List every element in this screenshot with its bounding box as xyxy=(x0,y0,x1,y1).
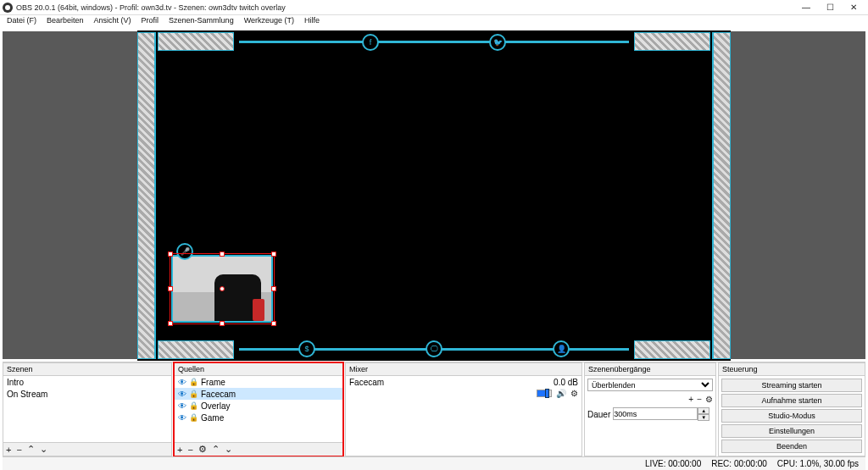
transition-select[interactable]: Überblenden xyxy=(587,379,713,391)
user-icon: 👤 xyxy=(553,340,570,357)
transitions-body: Überblenden + − ⚙ Dauer ▲ ▼ xyxy=(585,376,715,456)
exit-button[interactable]: Beenden xyxy=(721,440,862,453)
selection-box[interactable] xyxy=(170,253,275,324)
twitter-icon: 🐦 xyxy=(489,34,506,51)
spin-up-icon[interactable]: ▲ xyxy=(698,407,709,414)
menu-profile[interactable]: Profil xyxy=(136,15,164,29)
overlay-edge-right xyxy=(712,32,731,359)
lock-icon[interactable]: 🔒 xyxy=(189,413,198,422)
controls-panel: Steuerung Streaming starten Aufnahme sta… xyxy=(718,362,865,456)
status-rec: REC: 00:00:00 xyxy=(711,459,767,468)
visibility-icon[interactable]: 👁 xyxy=(178,401,186,411)
minimize-button[interactable]: — xyxy=(794,1,818,14)
panel-header: Quellen xyxy=(175,363,342,376)
menu-tools[interactable]: Werkzeuge (T) xyxy=(239,15,299,29)
mixer-track-level: 0.0 dB xyxy=(554,378,578,387)
panel-header: Mixer xyxy=(346,363,581,376)
mixer-track: Facecam 0.0 dB 🔊 ⚙ xyxy=(346,376,581,400)
menu-view[interactable]: Ansicht (V) xyxy=(89,15,136,29)
close-button[interactable]: ✕ xyxy=(842,1,865,14)
facebook-icon: f xyxy=(362,34,379,51)
source-item[interactable]: 👁🔒Game xyxy=(175,412,342,423)
bottom-panels: Szenen Intro On Stream + − ⌃ ⌄ Quellen 👁… xyxy=(3,362,865,456)
menu-help[interactable]: Hilfe xyxy=(299,15,325,29)
obs-logo-icon xyxy=(3,3,13,13)
start-recording-button[interactable]: Aufnahme starten xyxy=(721,394,862,407)
scene-item[interactable]: On Stream xyxy=(3,388,171,400)
overlay-texture xyxy=(634,340,710,359)
resize-handle[interactable] xyxy=(220,252,225,257)
lock-icon[interactable]: 🔒 xyxy=(189,378,198,386)
window-title: OBS 20.0.1 (64bit, windows) - Profil: ow… xyxy=(16,3,794,12)
twitch-icon: 🖵 xyxy=(426,340,442,357)
resize-handle[interactable] xyxy=(220,286,225,291)
studio-mode-button[interactable]: Studio-Modus xyxy=(721,409,862,423)
add-icon[interactable]: + xyxy=(177,445,182,455)
move-down-icon[interactable]: ⌄ xyxy=(40,444,47,455)
status-cpu: CPU: 1.0%, 30.00 fps xyxy=(777,459,859,468)
move-down-icon[interactable]: ⌄ xyxy=(225,444,232,455)
preview-canvas[interactable]: f 🐦 $ 🖵 👤 🎤 xyxy=(137,30,731,361)
spin-down-icon[interactable]: ▼ xyxy=(698,414,709,421)
resize-handle[interactable] xyxy=(168,252,173,257)
duration-input[interactable] xyxy=(613,407,698,420)
source-item[interactable]: 👁🔒Facecam xyxy=(175,388,342,400)
overlay-texture xyxy=(158,340,234,359)
maximize-button[interactable]: ☐ xyxy=(818,1,842,14)
volume-slider[interactable] xyxy=(537,390,552,397)
visibility-icon[interactable]: 👁 xyxy=(178,390,186,399)
overlay-line xyxy=(239,41,629,43)
scenes-panel: Szenen Intro On Stream + − ⌃ ⌄ xyxy=(3,362,172,456)
sources-panel: Quellen 👁🔒Frame 👁🔒Facecam 👁🔒Overlay 👁🔒Ga… xyxy=(174,362,343,456)
scene-item[interactable]: Intro xyxy=(3,376,171,388)
overlay-bottom-bar: $ 🖵 👤 xyxy=(137,339,731,359)
remove-icon[interactable]: − xyxy=(187,445,192,455)
donation-icon: $ xyxy=(298,340,315,357)
menu-bar: Datei (F) Bearbeiten Ansicht (V) Profil … xyxy=(0,15,868,29)
preview-area[interactable]: f 🐦 $ 🖵 👤 🎤 xyxy=(3,31,865,359)
add-icon[interactable]: + xyxy=(688,395,693,404)
sources-list[interactable]: 👁🔒Frame 👁🔒Facecam 👁🔒Overlay 👁🔒Game xyxy=(175,376,342,442)
remove-icon[interactable]: − xyxy=(697,395,702,404)
resize-handle[interactable] xyxy=(220,321,225,326)
overlay-edge-left xyxy=(137,32,156,359)
gear-icon[interactable]: ⚙ xyxy=(198,444,207,455)
mixer-track-name: Facecam xyxy=(349,378,384,387)
panel-header: Steuerung xyxy=(719,363,865,376)
move-up-icon[interactable]: ⌃ xyxy=(27,444,35,455)
lock-icon[interactable]: 🔒 xyxy=(189,401,198,410)
overlay-top-bar: f 🐦 xyxy=(137,32,731,53)
resize-handle[interactable] xyxy=(271,286,276,291)
settings-button[interactable]: Einstellungen xyxy=(721,424,862,438)
visibility-icon[interactable]: 👁 xyxy=(178,413,186,423)
remove-icon[interactable]: − xyxy=(16,445,21,455)
resize-handle[interactable] xyxy=(168,286,173,291)
overlay-texture xyxy=(158,32,234,51)
resize-handle[interactable] xyxy=(168,321,173,326)
scenes-toolbar: + − ⌃ ⌄ xyxy=(3,442,171,456)
transitions-panel: Szenenübergänge Überblenden + − ⚙ Dauer xyxy=(584,362,716,456)
source-item[interactable]: 👁🔒Frame xyxy=(175,376,342,388)
resize-handle[interactable] xyxy=(271,252,276,257)
overlay-texture xyxy=(634,32,710,51)
start-streaming-button[interactable]: Streaming starten xyxy=(721,379,862,392)
resize-handle[interactable] xyxy=(271,321,276,326)
move-up-icon[interactable]: ⌃ xyxy=(212,444,220,455)
source-item[interactable]: 👁🔒Overlay xyxy=(175,400,342,412)
add-icon[interactable]: + xyxy=(6,445,11,455)
menu-scene-collection[interactable]: Szenen-Sammlung xyxy=(164,15,239,29)
gear-icon[interactable]: ⚙ xyxy=(570,389,578,398)
menu-edit[interactable]: Bearbeiten xyxy=(42,15,89,29)
status-bar: LIVE: 00:00:00 REC: 00:00:00 CPU: 1.0%, … xyxy=(3,456,865,470)
status-live: LIVE: 00:00:00 xyxy=(645,459,701,468)
menu-file[interactable]: Datei (F) xyxy=(2,15,42,29)
lock-icon[interactable]: 🔒 xyxy=(189,390,198,398)
panel-header: Szenen xyxy=(3,363,171,376)
mixer-body: Facecam 0.0 dB 🔊 ⚙ xyxy=(346,376,581,456)
gear-icon[interactable]: ⚙ xyxy=(705,395,713,404)
panel-header: Szenenübergänge xyxy=(585,363,715,376)
speaker-icon[interactable]: 🔊 xyxy=(556,389,566,398)
scenes-list[interactable]: Intro On Stream xyxy=(3,376,171,442)
mixer-panel: Mixer Facecam 0.0 dB 🔊 ⚙ xyxy=(345,362,582,456)
visibility-icon[interactable]: 👁 xyxy=(178,378,186,387)
